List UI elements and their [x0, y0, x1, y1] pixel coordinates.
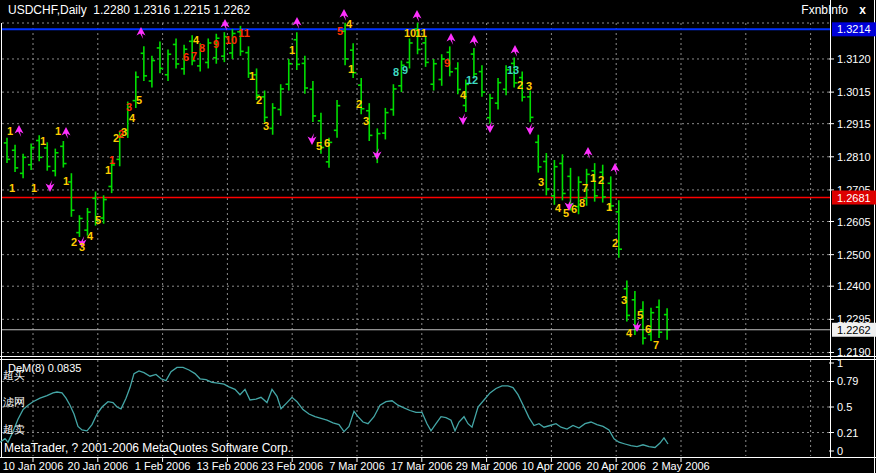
- price-tick-label: 1.2605: [837, 216, 871, 228]
- svg-text:8: 8: [393, 66, 399, 78]
- svg-text:2: 2: [598, 174, 604, 186]
- date-tick-label: 29 Mar 2006: [456, 460, 518, 472]
- svg-text:6: 6: [183, 51, 189, 63]
- svg-text:1: 1: [249, 70, 255, 82]
- svg-text:7: 7: [653, 339, 659, 351]
- date-tick-label: 7 Mar 2006: [329, 460, 385, 472]
- svg-text:1: 1: [590, 172, 596, 184]
- svg-text:3: 3: [538, 176, 544, 188]
- date-tick-label: 2 May 2006: [652, 460, 709, 472]
- date-tick-label: 10 Jan 2006: [3, 460, 64, 472]
- price-highlight-label: 1.2262: [837, 324, 871, 336]
- brand-label: FxnbInfo: [801, 3, 848, 17]
- svg-text:1: 1: [348, 63, 354, 75]
- svg-text:1: 1: [9, 182, 15, 194]
- svg-text:6: 6: [571, 203, 577, 215]
- svg-text:11: 11: [415, 27, 427, 39]
- svg-text:1: 1: [40, 135, 46, 147]
- svg-text:5: 5: [637, 309, 643, 321]
- chart-canvas[interactable]: 1111112345123451236789101141231565412389…: [0, 0, 876, 473]
- svg-text:2: 2: [612, 237, 618, 249]
- svg-text:6: 6: [645, 323, 651, 335]
- svg-text:4: 4: [193, 34, 200, 46]
- chart-titlebar: USDCHF,Daily 1.2280 1.2316 1.2215 1.2262…: [0, 0, 876, 20]
- price-tick-label: 1.2810: [837, 151, 871, 163]
- svg-text:1: 1: [7, 125, 13, 137]
- svg-text:4: 4: [129, 112, 136, 124]
- price-tick-label: 1.2915: [837, 118, 871, 130]
- price-tick-label: 1.3120: [837, 53, 871, 65]
- chart-background: [0, 0, 876, 473]
- date-tick-label: 13 Feb 2006: [197, 460, 259, 472]
- svg-text:10: 10: [225, 34, 237, 46]
- svg-text:2: 2: [356, 98, 362, 110]
- mt4-window: USDCHF,Daily 1.2280 1.2316 1.2215 1.2262…: [0, 0, 876, 473]
- svg-text:3: 3: [263, 120, 269, 132]
- svg-text:3: 3: [363, 115, 369, 127]
- svg-text:5: 5: [337, 25, 343, 37]
- time-axis: 10 Jan 200620 Jan 20061 Feb 200613 Feb 2…: [3, 458, 710, 472]
- indicator-tick-label: 0.5: [837, 401, 852, 413]
- svg-text:1: 1: [31, 182, 37, 194]
- indicator-tick-label: 0.79: [837, 375, 858, 387]
- svg-text:4: 4: [460, 89, 467, 101]
- date-tick-label: 20 Apr 2006: [587, 460, 646, 472]
- svg-text:5: 5: [316, 140, 322, 152]
- indicator-tick-label: 0: [837, 445, 843, 457]
- copyright-label: MetaTrader, ? 2001-2006 MetaQuotes Softw…: [4, 441, 291, 455]
- price-tick-label: 1.3015: [837, 86, 871, 98]
- price-tick-label: 1.2500: [837, 249, 871, 261]
- svg-text:6: 6: [324, 137, 330, 149]
- svg-text:3: 3: [621, 294, 627, 306]
- svg-text:11: 11: [238, 27, 250, 39]
- indicator-zone-label: 超买: [3, 369, 25, 381]
- indicator-zone-label: 滤网: [3, 396, 25, 408]
- svg-text:2: 2: [517, 79, 523, 91]
- svg-text:4: 4: [555, 202, 562, 214]
- svg-text:1: 1: [289, 44, 295, 56]
- svg-text:5: 5: [95, 214, 101, 226]
- date-tick-label: 20 Jan 2006: [68, 460, 129, 472]
- svg-text:12: 12: [466, 74, 478, 86]
- svg-text:1: 1: [63, 175, 69, 187]
- svg-text:1: 1: [109, 154, 115, 166]
- svg-text:5: 5: [563, 207, 569, 219]
- svg-text:3: 3: [526, 80, 532, 92]
- svg-text:9: 9: [213, 38, 219, 50]
- svg-text:9: 9: [402, 64, 408, 76]
- svg-text:4: 4: [87, 230, 94, 242]
- close-icon[interactable]: x: [859, 3, 866, 17]
- price-tick-label: 1.2400: [837, 280, 871, 292]
- date-tick-label: 17 Mar 2006: [391, 460, 453, 472]
- svg-text:2: 2: [71, 236, 77, 248]
- svg-text:8: 8: [579, 197, 585, 209]
- price-highlight-label: 1.3214: [837, 23, 871, 35]
- svg-text:1: 1: [55, 125, 61, 137]
- indicator-tick-label: 0.21: [837, 427, 858, 439]
- svg-text:1: 1: [606, 201, 612, 213]
- svg-text:4: 4: [626, 327, 633, 339]
- svg-text:8: 8: [199, 42, 205, 54]
- svg-text:3: 3: [126, 101, 132, 113]
- svg-text:13: 13: [507, 64, 519, 76]
- svg-text:5: 5: [136, 94, 142, 106]
- date-tick-label: 10 Apr 2006: [522, 460, 581, 472]
- svg-text:7: 7: [582, 182, 588, 194]
- date-tick-label: 1 Feb 2006: [135, 460, 191, 472]
- indicator-tick-label: 1: [837, 357, 843, 369]
- symbol-title: USDCHF,Daily 1.2280 1.2316 1.2215 1.2262: [8, 3, 250, 17]
- indicator-zone-label: 超卖: [3, 423, 25, 435]
- svg-text:7: 7: [191, 50, 197, 62]
- svg-text:2: 2: [256, 94, 262, 106]
- svg-text:2: 2: [118, 128, 124, 140]
- svg-text:3: 3: [79, 241, 85, 253]
- date-tick-label: 23 Feb 2006: [261, 460, 323, 472]
- svg-text:9: 9: [444, 57, 450, 69]
- price-highlight-label: 1.2681: [837, 192, 871, 204]
